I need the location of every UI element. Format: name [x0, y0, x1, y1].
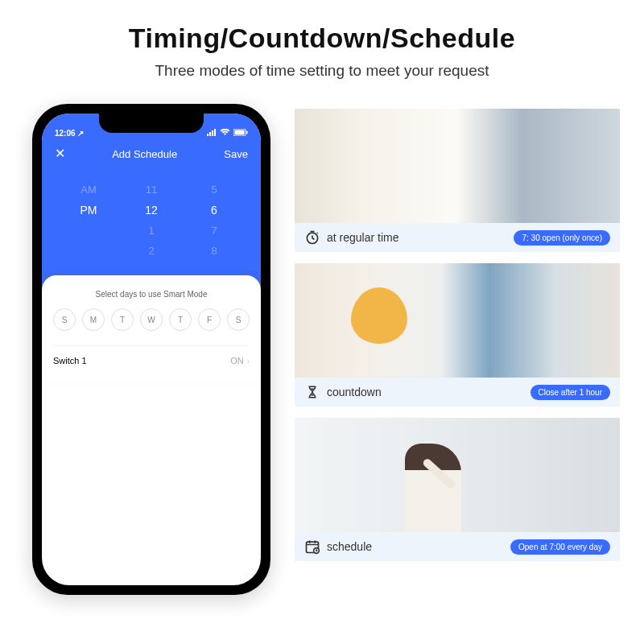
picker-ampm-selected[interactable]: PM	[69, 200, 108, 221]
panel-pill: Close after 1 hour	[530, 385, 611, 400]
svg-rect-0	[207, 134, 208, 136]
person-figure	[405, 444, 461, 532]
phone-notch	[99, 114, 204, 133]
svg-rect-6	[246, 131, 248, 134]
days-label: Select days to use Smart Mode	[53, 290, 250, 299]
panel-label: countdown	[327, 386, 382, 398]
svg-rect-3	[214, 129, 216, 136]
switch-row[interactable]: Switch 1 ON ›	[53, 345, 250, 375]
panel-label: schedule	[327, 540, 372, 553]
scene-image	[295, 109, 620, 223]
location-icon: ↗	[77, 129, 84, 138]
picker-min-prev: 5	[195, 180, 233, 200]
svg-rect-1	[209, 132, 211, 136]
scene-image	[295, 263, 620, 378]
clock-icon	[304, 229, 320, 246]
panel-pill: 7: 30 open (only once)	[514, 230, 610, 246]
svg-rect-2	[212, 130, 213, 136]
status-time: 12:06	[55, 129, 76, 138]
svg-rect-5	[235, 130, 245, 135]
scene-image	[295, 418, 620, 532]
day-sun[interactable]: S	[53, 308, 76, 331]
battery-icon	[233, 129, 248, 138]
signal-icon	[207, 129, 217, 138]
wifi-icon	[220, 129, 230, 138]
day-wed[interactable]: W	[140, 308, 163, 331]
panel-countdown: countdown Close after 1 hour	[295, 263, 620, 407]
day-sat[interactable]: S	[227, 308, 250, 331]
picker-hour-prev: 11	[132, 180, 171, 200]
chevron-right-icon: ›	[247, 357, 250, 365]
picker-ampm-prev: AM	[69, 180, 108, 200]
panel-regular-time: at regular time 7: 30 open (only once)	[295, 109, 620, 252]
page-title: Timing/Countdown/Schedule	[0, 23, 644, 54]
day-thu[interactable]: T	[169, 308, 192, 331]
switch-value: ON	[230, 356, 244, 365]
phone-mockup: 12:06 ↗ ✕ Add Schedule	[32, 104, 270, 595]
panel-schedule: schedule Open at 7:00 every day	[295, 418, 620, 561]
close-button[interactable]: ✕	[55, 147, 65, 160]
panel-label: at regular time	[327, 231, 398, 244]
day-fri[interactable]: F	[198, 308, 221, 331]
screen-title: Add Schedule	[112, 148, 177, 160]
day-mon[interactable]: M	[82, 308, 105, 331]
save-button[interactable]: Save	[224, 148, 248, 160]
wall-art	[351, 287, 407, 344]
picker-hour-selected[interactable]: 12	[132, 200, 171, 221]
calendar-icon	[304, 539, 320, 555]
page-subtitle: Three modes of time setting to meet your…	[0, 62, 644, 80]
day-tue[interactable]: T	[111, 308, 134, 331]
switch-label: Switch 1	[53, 356, 87, 365]
picker-min-selected[interactable]: 6	[195, 200, 233, 221]
panel-pill: Open at 7:00 every day	[510, 539, 610, 555]
hourglass-icon	[304, 384, 320, 400]
